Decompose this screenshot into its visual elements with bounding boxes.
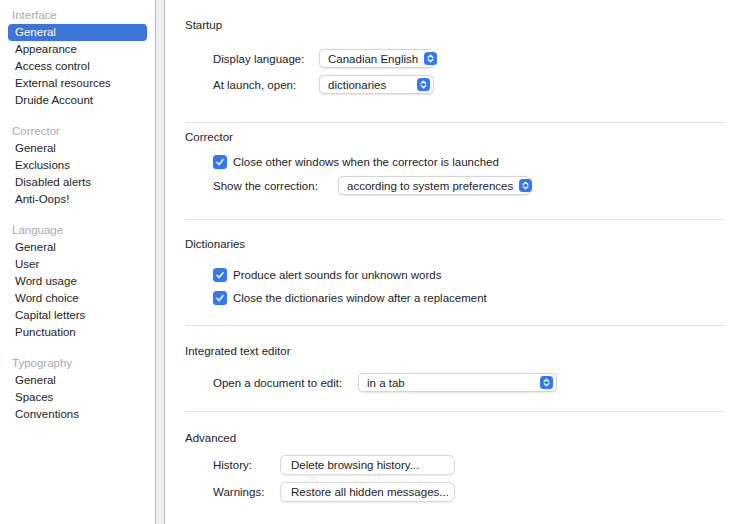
sidebar-item-exclusions[interactable]: Exclusions <box>0 157 155 174</box>
display-language-label: Display language: <box>213 53 319 65</box>
section-title-advanced: Advanced <box>185 432 739 445</box>
section-separator <box>185 219 725 220</box>
sidebar-group-interface: Interface <box>0 7 155 24</box>
close-other-windows-label: Close other windows when the corrector i… <box>233 156 499 168</box>
display-language-row: Display language: Canadian English <box>213 49 739 68</box>
open-document-label: Open a document to edit: <box>213 377 358 389</box>
sidebar-item-disabled-alerts[interactable]: Disabled alerts <box>0 174 155 191</box>
warnings-label: Warnings: <box>213 486 280 498</box>
section-separator <box>185 122 725 123</box>
close-dictionaries-checkrow: Close the dictionaries window after a re… <box>213 290 739 306</box>
at-launch-value: dictionaries <box>328 79 386 91</box>
sidebar-item-capital-letters[interactable]: Capital letters <box>0 307 155 324</box>
sidebar-group-typography: Typography <box>0 355 155 372</box>
sidebar-item-interface-general[interactable]: General <box>8 24 147 41</box>
sidebar-item-corrector-general[interactable]: General <box>0 140 155 157</box>
sidebar-item-spaces[interactable]: Spaces <box>0 389 155 406</box>
sidebar-item-access-control[interactable]: Access control <box>0 58 155 75</box>
sidebar-group-corrector: Corrector <box>0 123 155 140</box>
show-correction-row: Show the correction: according to system… <box>213 176 739 195</box>
checkmark-icon <box>215 270 225 280</box>
preferences-window: Interface General Appearance Access cont… <box>0 0 739 524</box>
show-correction-label: Show the correction: <box>213 180 338 192</box>
open-document-select[interactable]: in a tab <box>358 373 557 392</box>
section-title-startup: Startup <box>185 19 739 32</box>
up-down-chevrons-icon <box>540 376 553 389</box>
delete-browsing-history-button[interactable]: Delete browsing history... <box>280 455 455 475</box>
sidebar-item-punctuation[interactable]: Punctuation <box>0 324 155 341</box>
alert-sounds-checkrow: Produce alert sounds for unknown words <box>213 267 739 283</box>
section-separator <box>185 325 725 326</box>
sidebar-content-divider[interactable] <box>155 0 165 524</box>
up-down-chevrons-icon <box>424 52 437 65</box>
sidebar-item-anti-oops[interactable]: Anti-Oops! <box>0 191 155 208</box>
show-correction-select[interactable]: according to system preferences <box>338 176 530 195</box>
at-launch-row: At launch, open: dictionaries <box>213 75 739 94</box>
section-separator <box>185 411 725 412</box>
sidebar: Interface General Appearance Access cont… <box>0 0 155 524</box>
close-dictionaries-label: Close the dictionaries window after a re… <box>233 292 487 304</box>
history-row: History: Delete browsing history... <box>213 455 739 475</box>
checkmark-icon <box>215 293 225 303</box>
show-correction-value: according to system preferences <box>347 180 513 192</box>
sidebar-item-word-usage[interactable]: Word usage <box>0 273 155 290</box>
close-other-windows-checkrow: Close other windows when the corrector i… <box>213 154 739 170</box>
up-down-chevrons-icon <box>519 179 532 192</box>
sidebar-item-word-choice[interactable]: Word choice <box>0 290 155 307</box>
checkbox-checked[interactable] <box>213 268 227 282</box>
at-launch-select[interactable]: dictionaries <box>319 75 434 94</box>
checkbox-checked[interactable] <box>213 155 227 169</box>
open-document-value: in a tab <box>367 377 405 389</box>
up-down-chevrons-icon <box>417 78 430 91</box>
sidebar-item-conventions[interactable]: Conventions <box>0 406 155 423</box>
sidebar-group-language: Language <box>0 222 155 239</box>
sidebar-item-appearance[interactable]: Appearance <box>0 41 155 58</box>
sidebar-item-druide-account[interactable]: Druide Account <box>0 92 155 109</box>
section-title-editor: Integrated text editor <box>185 345 739 358</box>
checkmark-icon <box>215 157 225 167</box>
sidebar-item-language-general[interactable]: General <box>0 239 155 256</box>
alert-sounds-label: Produce alert sounds for unknown words <box>233 269 441 281</box>
sidebar-item-external-resources[interactable]: External resources <box>0 75 155 92</box>
sidebar-item-typography-general[interactable]: General <box>0 372 155 389</box>
settings-pane: Startup Display language: Canadian Engli… <box>165 0 739 524</box>
display-language-value: Canadian English <box>328 53 418 65</box>
sidebar-item-user[interactable]: User <box>0 256 155 273</box>
restore-hidden-messages-button[interactable]: Restore all hidden messages... <box>280 482 455 502</box>
checkbox-checked[interactable] <box>213 291 227 305</box>
section-title-dictionaries: Dictionaries <box>185 238 739 251</box>
history-label: History: <box>213 459 280 471</box>
section-title-corrector: Corrector <box>185 131 739 144</box>
open-document-row: Open a document to edit: in a tab <box>213 373 739 392</box>
display-language-select[interactable]: Canadian English <box>319 49 434 68</box>
warnings-row: Warnings: Restore all hidden messages... <box>213 482 739 502</box>
at-launch-label: At launch, open: <box>213 79 319 91</box>
